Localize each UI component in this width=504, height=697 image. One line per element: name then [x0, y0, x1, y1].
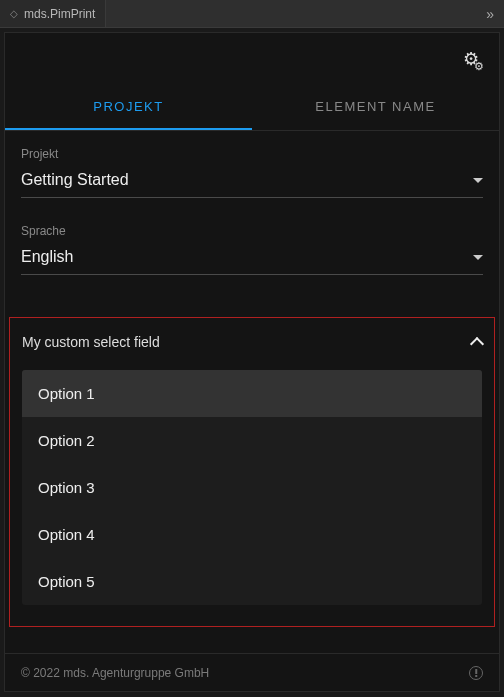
- projekt-label: Projekt: [21, 147, 483, 161]
- option-item[interactable]: Option 1: [22, 370, 482, 417]
- custom-select-container: My custom select field Option 1Option 2O…: [9, 317, 495, 627]
- footer: © 2022 mds. Agenturgruppe GmbH: [5, 653, 499, 691]
- header-row: ⚙⚙: [5, 33, 499, 85]
- expand-icon[interactable]: »: [476, 6, 504, 22]
- dropdown-caret-icon: [473, 255, 483, 260]
- panel-title: mds.PimPrint: [24, 7, 95, 21]
- tab-bar: PROJEKT ELEMENT NAME: [5, 85, 499, 131]
- chevron-up-icon: [470, 337, 484, 351]
- sprache-label: Sprache: [21, 224, 483, 238]
- fields-area: Projekt Getting Started Sprache English: [5, 131, 499, 317]
- dropdown-caret-icon: [473, 178, 483, 183]
- drag-handle-icon: ◇: [10, 8, 18, 19]
- sprache-field: Sprache English: [21, 224, 483, 275]
- main-panel: ⚙⚙ PROJEKT ELEMENT NAME Projekt Getting …: [4, 32, 500, 692]
- option-item[interactable]: Option 3: [22, 464, 482, 511]
- sprache-select[interactable]: English: [21, 244, 483, 275]
- option-item[interactable]: Option 2: [22, 417, 482, 464]
- custom-select-header[interactable]: My custom select field: [22, 330, 482, 370]
- copyright-text: © 2022 mds. Agenturgruppe GmbH: [21, 666, 209, 680]
- title-bar: ◇ mds.PimPrint »: [0, 0, 504, 28]
- settings-icon[interactable]: ⚙⚙: [463, 48, 479, 70]
- projekt-field: Projekt Getting Started: [21, 147, 483, 198]
- panel-tab[interactable]: ◇ mds.PimPrint: [0, 0, 106, 27]
- projekt-value: Getting Started: [21, 171, 129, 189]
- option-item[interactable]: Option 4: [22, 511, 482, 558]
- tab-element-name[interactable]: ELEMENT NAME: [252, 85, 499, 130]
- info-icon[interactable]: [469, 666, 483, 680]
- custom-select-label: My custom select field: [22, 334, 160, 350]
- tab-projekt[interactable]: PROJEKT: [5, 85, 252, 130]
- projekt-select[interactable]: Getting Started: [21, 167, 483, 198]
- options-list: Option 1Option 2Option 3Option 4Option 5: [22, 370, 482, 605]
- sprache-value: English: [21, 248, 73, 266]
- option-item[interactable]: Option 5: [22, 558, 482, 605]
